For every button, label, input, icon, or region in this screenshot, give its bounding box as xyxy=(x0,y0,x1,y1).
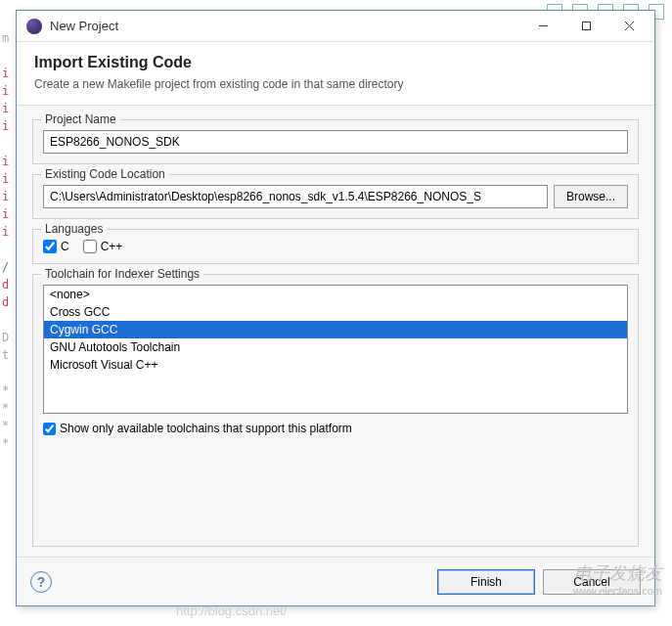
project-name-group: Project Name xyxy=(32,119,639,164)
window-buttons xyxy=(521,13,650,40)
header-description: Create a new Makefile project from exist… xyxy=(34,77,637,91)
help-icon[interactable]: ? xyxy=(30,571,52,593)
finish-button[interactable]: Finish xyxy=(437,569,535,595)
project-name-input[interactable] xyxy=(43,130,628,154)
new-project-dialog: New Project Import Existing Code Create … xyxy=(16,10,655,606)
toolchain-item[interactable]: GNU Autotools Toolchain xyxy=(44,338,627,356)
code-location-group: Existing Code Location Browse... xyxy=(32,174,639,219)
language-cpp-input[interactable] xyxy=(83,240,97,253)
project-name-label: Project Name xyxy=(41,112,120,126)
toolchain-group: Toolchain for Indexer Settings <none>Cro… xyxy=(32,274,639,547)
code-location-input[interactable] xyxy=(43,185,548,208)
toolchain-item[interactable]: <none> xyxy=(44,286,627,303)
platform-only-checkbox[interactable]: Show only available toolchains that supp… xyxy=(43,422,628,435)
window-title: New Project xyxy=(50,19,521,33)
cancel-button[interactable]: Cancel xyxy=(543,569,641,595)
form-area: Project Name Existing Code Location Brow… xyxy=(17,106,654,557)
code-location-label: Existing Code Location xyxy=(41,167,169,181)
language-c-label: C xyxy=(61,240,69,253)
maximize-button[interactable] xyxy=(564,13,607,40)
eclipse-icon xyxy=(26,19,42,34)
language-cpp-label: C++ xyxy=(101,240,123,253)
minimize-button[interactable] xyxy=(521,13,564,40)
close-button[interactable] xyxy=(607,13,650,40)
browse-button[interactable]: Browse... xyxy=(554,185,628,208)
language-c-input[interactable] xyxy=(43,240,57,253)
language-cpp-checkbox[interactable]: C++ xyxy=(83,240,123,253)
header-title: Import Existing Code xyxy=(34,54,637,71)
dialog-footer: ? Finish Cancel xyxy=(17,557,654,605)
languages-label: Languages xyxy=(41,222,107,236)
dialog-header: Import Existing Code Create a new Makefi… xyxy=(17,42,654,106)
toolchain-item[interactable]: Cygwin GCC xyxy=(44,321,627,338)
toolchain-item[interactable]: Cross GCC xyxy=(44,303,627,321)
language-c-checkbox[interactable]: C xyxy=(43,240,69,253)
toolchain-item[interactable]: Microsoft Visual C++ xyxy=(44,356,627,374)
toolchain-label: Toolchain for Indexer Settings xyxy=(41,267,203,281)
svg-rect-1 xyxy=(582,22,590,30)
platform-only-label: Show only available toolchains that supp… xyxy=(60,422,352,435)
titlebar: New Project xyxy=(17,11,654,42)
toolchain-listbox[interactable]: <none>Cross GCCCygwin GCCGNU Autotools T… xyxy=(43,285,628,414)
platform-only-input[interactable] xyxy=(43,423,56,435)
languages-group: Languages C C++ xyxy=(32,229,639,264)
